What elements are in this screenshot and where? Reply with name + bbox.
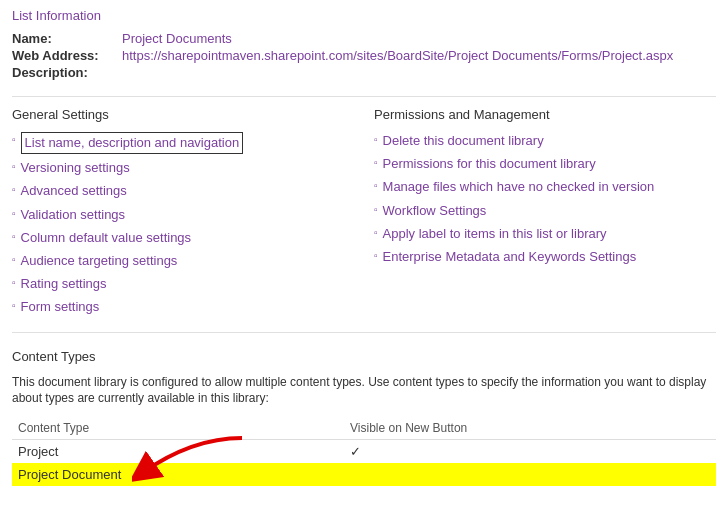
permissions-heading: Permissions and Management (374, 107, 716, 122)
apply-label-link[interactable]: Apply label to items in this list or lib… (383, 225, 607, 243)
list-name-navigation-link[interactable]: List name, description and navigation (21, 132, 244, 154)
list-item[interactable]: List name, description and navigation (12, 132, 354, 154)
list-item[interactable]: Permissions for this document library (374, 155, 716, 173)
list-item[interactable]: Column default value settings (12, 229, 354, 247)
enterprise-metadata-link[interactable]: Enterprise Metadata and Keywords Setting… (383, 248, 637, 266)
list-info-title[interactable]: List Information (12, 8, 716, 23)
web-address-value[interactable]: https://sharepointmaven.sharepoint.com/s… (122, 48, 673, 63)
meta-name-row: Name: Project Documents (12, 31, 716, 46)
meta-table: Name: Project Documents Web Address: htt… (12, 31, 716, 80)
column-default-value-link[interactable]: Column default value settings (21, 229, 192, 247)
divider-2 (12, 332, 716, 333)
list-item[interactable]: Manage files which have no checked in ve… (374, 178, 716, 196)
list-item[interactable]: Form settings (12, 298, 354, 316)
page-wrapper: List Information Name: Project Documents… (0, 0, 728, 494)
list-item[interactable]: Apply label to items in this list or lib… (374, 225, 716, 243)
divider-1 (12, 96, 716, 97)
col-header-visible: Visible on New Button (344, 417, 716, 440)
description-label: Description: (12, 65, 122, 80)
ct-name-text: Project Document (18, 467, 121, 482)
content-types-heading: Content Types (12, 349, 716, 364)
list-item[interactable]: Advanced settings (12, 182, 354, 200)
general-settings-heading: General Settings (12, 107, 354, 122)
list-item[interactable]: Rating settings (12, 275, 354, 293)
permissions-list: Delete this document library Permissions… (374, 132, 716, 266)
content-types-description: This document library is configured to a… (12, 374, 716, 408)
permissions-library-link[interactable]: Permissions for this document library (383, 155, 596, 173)
general-settings-list: List name, description and navigation Ve… (12, 132, 354, 317)
red-arrow-icon (132, 433, 252, 483)
list-item[interactable]: Versioning settings (12, 159, 354, 177)
name-label: Name: (12, 31, 122, 46)
form-settings-link[interactable]: Form settings (21, 298, 100, 316)
list-item[interactable]: Validation settings (12, 206, 354, 224)
validation-settings-link[interactable]: Validation settings (21, 206, 126, 224)
list-item[interactable]: Delete this document library (374, 132, 716, 150)
ct-visible (344, 463, 716, 486)
table-header-row: Content Type Visible on New Button (12, 417, 716, 440)
manage-files-link[interactable]: Manage files which have no checked in ve… (383, 178, 655, 196)
general-settings-col: General Settings List name, description … (12, 107, 354, 322)
audience-targeting-link[interactable]: Audience targeting settings (21, 252, 178, 270)
table-row: Project ✓ (12, 440, 716, 464)
list-item[interactable]: Enterprise Metadata and Keywords Setting… (374, 248, 716, 266)
ct-name[interactable]: Project Document (12, 463, 344, 486)
delete-library-link[interactable]: Delete this document library (383, 132, 544, 150)
list-item[interactable]: Workflow Settings (374, 202, 716, 220)
meta-address-row: Web Address: https://sharepointmaven.sha… (12, 48, 716, 63)
list-item[interactable]: Audience targeting settings (12, 252, 354, 270)
ct-visible: ✓ (344, 440, 716, 464)
content-types-section: Content Types This document library is c… (12, 349, 716, 487)
content-types-table: Content Type Visible on New Button Proje… (12, 417, 716, 486)
meta-description-row: Description: (12, 65, 716, 80)
table-row: Project Document (12, 463, 716, 486)
permissions-col: Permissions and Management Delete this d… (374, 107, 716, 322)
web-address-label: Web Address: (12, 48, 122, 63)
settings-two-col: General Settings List name, description … (12, 107, 716, 322)
name-value: Project Documents (122, 31, 232, 46)
rating-settings-link[interactable]: Rating settings (21, 275, 107, 293)
advanced-settings-link[interactable]: Advanced settings (21, 182, 127, 200)
versioning-settings-link[interactable]: Versioning settings (21, 159, 130, 177)
workflow-settings-link[interactable]: Workflow Settings (383, 202, 487, 220)
